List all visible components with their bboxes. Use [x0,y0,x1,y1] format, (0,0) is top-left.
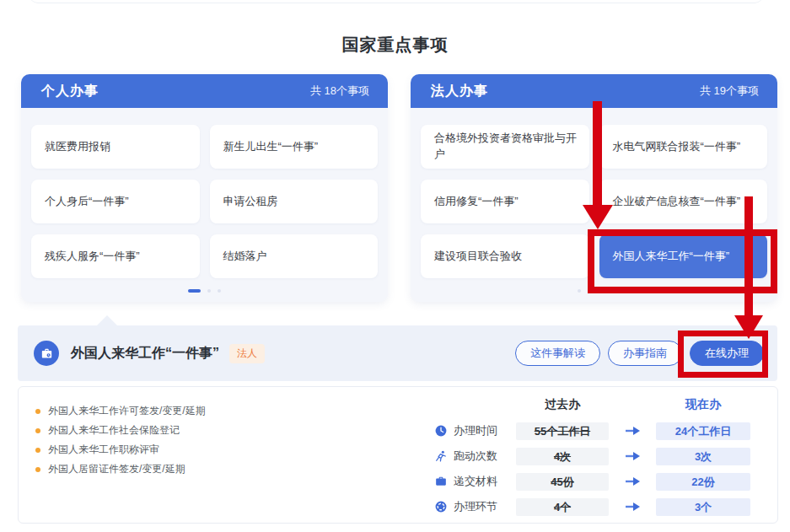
service-card[interactable]: 申请公租房 [210,180,379,223]
card-grid: 就医费用报销 新生儿出生“一件事” 个人身后“一件事” 申请公租房 残疾人服务“… [31,125,378,278]
past-value: 55个工作日 [516,422,609,440]
annotation-arrow-down-line [593,101,602,206]
service-card[interactable]: 残疾人服务“一件事” [31,234,200,278]
panel-count: 共 18个事项 [310,83,369,99]
service-card[interactable]: 新生儿出生“一件事” [210,125,379,169]
service-card[interactable]: 水电气网联合报装“一件事” [599,125,768,169]
detail-title: 外国人来华工作“一件事” [71,345,219,363]
service-card-label: 企业破产信息核查“一件事” [613,194,741,210]
panel-personal-header: 个人办事 共 18个事项 [21,74,388,108]
service-card[interactable]: 就医费用报销 [31,125,200,169]
sub-item: 外国人来华工作职称评审 [35,440,206,459]
service-card[interactable]: 结婚落户 [210,234,379,278]
service-card-label: 水电气网联合报装“一件事” [613,139,741,155]
sub-item-label: 外国人来华工作职称评审 [48,443,159,457]
materials-icon [435,476,454,487]
row-label: 办理环节 [454,499,516,514]
bullet-icon [35,409,40,414]
sub-item-list: 外国人来华工作许可签发/变更/延期 外国人来华工作社会保险登记 外国人来华工作职… [35,401,206,479]
arrow-right-icon [609,452,656,460]
comparison-header: 过去办 现在办 [435,395,750,414]
comparison-table: 过去办 现在办 办理时间 55个工作日 24个工作日 跑动次数 4次 3次 [435,395,750,519]
now-value: 3次 [656,448,750,465]
service-card-label: 结婚落户 [223,249,267,265]
annotation-arrow-down-line-2 [744,196,753,316]
sub-item: 外国人来华工作社会保险登记 [35,421,206,440]
sub-item: 外国人来华工作许可签发/变更/延期 [35,401,206,421]
past-value: 4次 [516,448,609,465]
steps-icon [435,501,454,513]
service-card-label: 新生儿出生“一件事” [223,139,319,155]
now-value: 3个 [656,498,750,516]
panel-title: 个人办事 [41,83,99,100]
row-label: 跑动次数 [454,449,516,464]
bullet-icon [35,448,40,453]
service-card[interactable]: 信用修复“一件事” [421,180,589,223]
carousel-dot-active[interactable] [188,289,201,293]
bullet-icon [35,467,40,472]
now-header: 现在办 [656,397,750,412]
detail-banner: 外国人来华工作“一件事” 法人 这件事解读 办事指南 在线办理 [18,325,777,381]
arrow-right-icon [609,502,656,511]
service-card-label: 申请公租房 [223,194,278,210]
panel-personal: 个人办事 共 18个事项 就医费用报销 新生儿出生“一件事” 个人身后“一件事”… [21,74,388,302]
sub-item-label: 外国人居留证件签发/变更/延期 [48,462,185,476]
carousel-pagination [31,288,378,293]
service-card-label: 残疾人服务“一件事” [45,249,140,265]
carousel-dot[interactable] [578,289,581,293]
row-label: 递交材料 [454,474,516,489]
interpretation-button[interactable]: 这件事解读 [515,341,600,366]
service-card-label: 信用修复“一件事” [434,194,519,210]
entity-tag: 法人 [229,344,265,363]
now-value: 22份 [656,473,750,491]
runner-icon [435,450,454,462]
service-card[interactable]: 合格境外投资者资格审批与开户 [421,125,589,169]
clock-icon [435,425,454,437]
past-value: 45份 [516,473,609,491]
service-card[interactable]: 企业破产信息核查“一件事” [599,180,768,223]
service-card[interactable]: 建设项目联合验收 [421,234,589,278]
panel-title: 法人办事 [431,83,488,100]
service-card[interactable]: 个人身后“一件事” [31,180,200,223]
panel-count: 共 19个事项 [700,83,759,99]
now-value: 24个工作日 [656,422,750,440]
service-card-label: 合格境外投资者资格审批与开户 [434,131,578,163]
past-value: 4个 [516,498,609,516]
service-card-label: 个人身后“一件事” [45,194,129,210]
service-card-label: 就医费用报销 [45,139,110,155]
detail-card: 外国人来华工作许可签发/变更/延期 外国人来华工作社会保险登记 外国人来华工作职… [18,386,778,524]
section-title: 国家重点事项 [0,34,790,56]
sub-item: 外国人居留证件签发/变更/延期 [35,459,206,479]
annotation-arrow-down-head-2 [734,315,763,339]
briefcase-icon [34,341,59,366]
sub-item-label: 外国人来华工作许可签发/变更/延期 [48,404,206,418]
comparison-row: 跑动次数 4次 3次 [435,443,750,469]
annotation-arrow-down-head [583,205,613,229]
carousel-dot[interactable] [218,289,221,293]
page: 国家重点事项 个人办事 共 18个事项 就医费用报销 新生儿出生“一件事” 个人… [0,0,790,532]
carousel-dot[interactable] [207,289,211,293]
arrow-right-icon [609,477,656,486]
service-card-label: 建设项目联合验收 [434,249,522,265]
banner-notch [96,315,118,326]
arrow-right-icon [609,427,656,435]
comparison-row: 办理环节 4个 3个 [435,494,750,519]
guide-button[interactable]: 办事指南 [608,341,682,366]
row-label: 办理时间 [454,423,516,438]
comparison-row: 办理时间 55个工作日 24个工作日 [435,418,750,443]
panel-personal-body: 就医费用报销 新生儿出生“一件事” 个人身后“一件事” 申请公租房 残疾人服务“… [21,108,388,302]
past-header: 过去办 [516,397,609,412]
sub-item-label: 外国人来华工作社会保险登记 [48,423,180,438]
comparison-row: 递交材料 45份 22份 [435,469,750,494]
previous-section-edge [30,0,763,3]
bullet-icon [35,428,40,433]
